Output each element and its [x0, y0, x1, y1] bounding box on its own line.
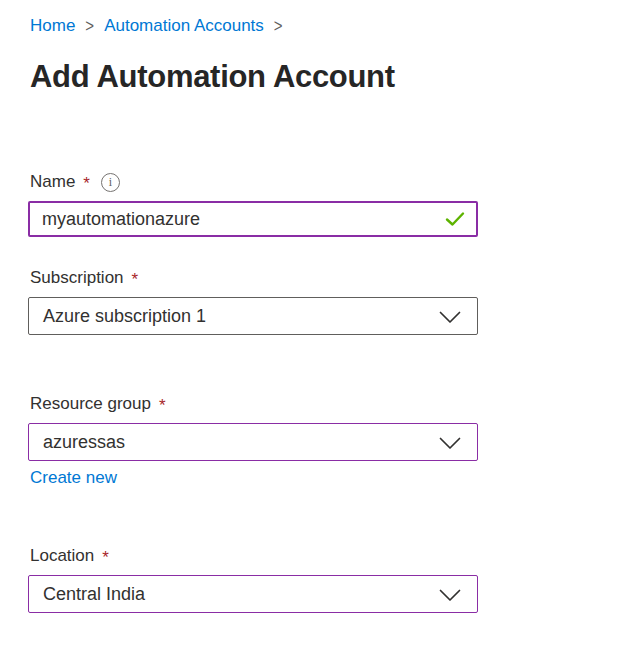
resource-group-field-group: Resource group * azuressas Create new [28, 393, 478, 488]
create-new-link[interactable]: Create new [30, 468, 117, 488]
subscription-dropdown-value: Azure subscription 1 [43, 306, 206, 327]
breadcrumb: Home > Automation Accounts > [30, 14, 622, 38]
breadcrumb-separator-icon: > [85, 11, 94, 41]
required-asterisk: * [159, 395, 166, 417]
resource-group-label: Resource group [30, 393, 151, 415]
location-dropdown[interactable]: Central India [28, 575, 478, 613]
breadcrumb-link-home[interactable]: Home [30, 14, 75, 38]
name-field-group: Name * i [28, 171, 478, 237]
location-label: Location [30, 545, 94, 567]
location-dropdown-value: Central India [43, 584, 145, 605]
name-input[interactable] [28, 201, 478, 237]
chevron-down-icon [439, 437, 461, 450]
required-asterisk: * [102, 547, 109, 569]
breadcrumb-link-automation-accounts[interactable]: Automation Accounts [104, 14, 264, 38]
add-automation-account-page: Home > Automation Accounts > Add Automat… [0, 0, 622, 613]
chevron-down-icon [439, 589, 461, 602]
subscription-dropdown[interactable]: Azure subscription 1 [28, 297, 478, 335]
page-title: Add Automation Account [30, 57, 622, 97]
valid-checkmark-icon [445, 211, 465, 227]
required-asterisk: * [132, 269, 139, 291]
resource-group-dropdown[interactable]: azuressas [28, 423, 478, 461]
required-asterisk: * [83, 173, 90, 195]
subscription-label: Subscription [30, 267, 124, 289]
resource-group-dropdown-value: azuressas [43, 432, 125, 453]
chevron-down-icon [439, 311, 461, 324]
subscription-field-group: Subscription * Azure subscription 1 [28, 267, 478, 335]
location-field-group: Location * Central India [28, 545, 478, 613]
name-label: Name [30, 171, 75, 193]
breadcrumb-separator-icon: > [274, 11, 283, 41]
info-icon[interactable]: i [101, 173, 120, 192]
